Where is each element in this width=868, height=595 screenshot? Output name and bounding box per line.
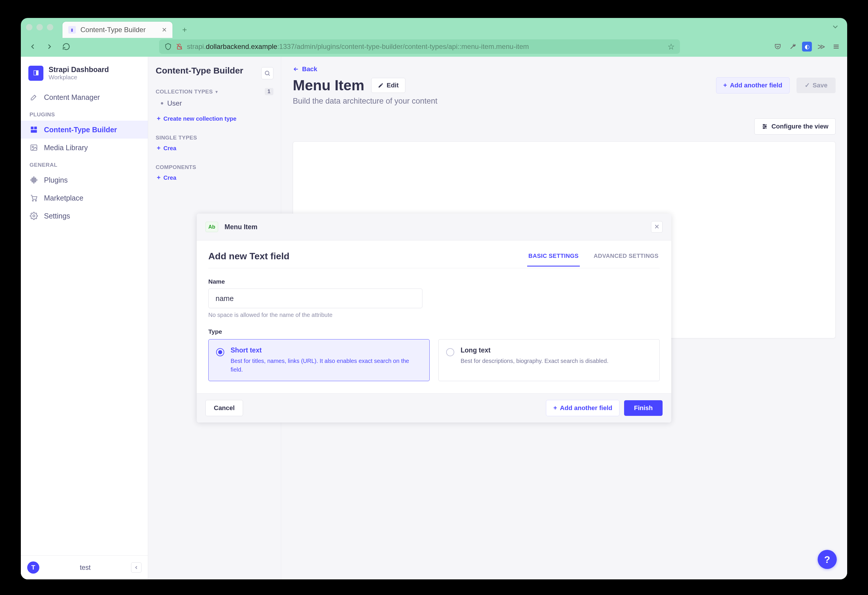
modal-add-another-field-button[interactable]: + Add another field — [546, 400, 620, 416]
cancel-button[interactable]: Cancel — [205, 400, 243, 416]
window-close[interactable] — [26, 24, 32, 30]
new-tab-button[interactable]: + — [180, 25, 189, 34]
tab-title: Content-Type Builder — [80, 26, 157, 34]
url-bar[interactable]: strapi.dollarbackend.example:1337/admin/… — [159, 39, 680, 54]
shield-icon[interactable] — [164, 43, 172, 50]
modal-title: Add new Text field — [208, 251, 289, 268]
plus-icon: + — [553, 404, 557, 412]
modal-close-button[interactable]: ✕ — [651, 221, 663, 233]
browser-tab-bar: Content-Type Builder × + — [21, 18, 847, 37]
tab-favicon — [68, 26, 76, 34]
nav-back-button[interactable] — [26, 40, 39, 53]
pocket-icon[interactable] — [772, 41, 784, 52]
radio-selected-icon — [216, 348, 224, 356]
name-input[interactable] — [208, 288, 422, 308]
bookmark-star-icon[interactable]: ☆ — [667, 42, 675, 52]
finish-button[interactable]: Finish — [624, 400, 663, 416]
browser-toolbar: strapi.dollarbackend.example:1337/admin/… — [21, 37, 847, 57]
tab-close-icon[interactable]: × — [162, 25, 167, 34]
browser-window: Content-Type Builder × + strapi.dollarba… — [21, 18, 847, 579]
overflow-chevrons-icon[interactable]: ≫ — [815, 41, 827, 52]
traffic-lights — [26, 24, 53, 30]
help-fab[interactable]: ? — [818, 550, 837, 569]
app-root: Strapi Dashboard Workplace Content Manag… — [21, 57, 847, 579]
modal-header-title: Menu Item — [224, 223, 257, 231]
type-short-text[interactable]: Short text Best for titles, names, links… — [208, 339, 430, 381]
modal-header: Ab Menu Item ✕ — [197, 214, 671, 241]
name-help: No space is allowed for the name of the … — [208, 312, 660, 318]
window-maximize[interactable] — [47, 24, 53, 30]
name-label: Name — [208, 278, 660, 285]
hamburger-menu-icon[interactable] — [830, 41, 842, 52]
wrench-icon[interactable] — [787, 41, 799, 52]
window-minimize[interactable] — [37, 24, 43, 30]
add-field-modal: Ab Menu Item ✕ Add new Text field BASIC … — [197, 214, 671, 422]
type-label: Type — [208, 328, 660, 335]
radio-unselected-icon — [446, 348, 454, 356]
tab-basic-settings[interactable]: BASIC SETTINGS — [527, 252, 580, 267]
insecure-lock-icon[interactable] — [176, 43, 183, 50]
tab-advanced-settings[interactable]: ADVANCED SETTINGS — [593, 252, 660, 267]
tabs-overflow-button[interactable] — [831, 23, 839, 31]
type-long-text[interactable]: Long text Best for descriptions, biograp… — [438, 339, 660, 381]
toolbar-right: ◐ ≫ — [772, 41, 842, 52]
nav-reload-button[interactable] — [60, 40, 73, 53]
nav-forward-button[interactable] — [43, 40, 56, 53]
browser-tab[interactable]: Content-Type Builder × — [62, 22, 173, 38]
url-text: strapi.dollarbackend.example:1337/admin/… — [187, 43, 663, 51]
modal-footer: Cancel + Add another field Finish — [197, 393, 671, 422]
text-field-badge: Ab — [205, 222, 218, 232]
extension-badge[interactable]: ◐ — [802, 42, 812, 52]
